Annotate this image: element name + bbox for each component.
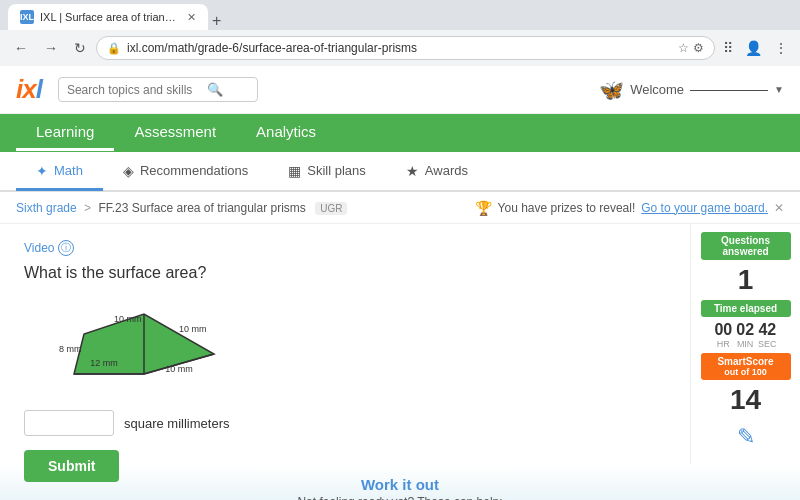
breadcrumb-skill-code: FF.23 [98,201,128,215]
skill-plans-icon: ▦ [288,163,301,179]
time-display: 00 HR 02 MIN 42 SEC [714,321,776,349]
smart-score-value: 14 [730,384,761,416]
prize-text: You have prizes to reveal! [498,201,636,215]
subnav-recommendations[interactable]: ◈ Recommendations [103,153,268,191]
math-icon: ✦ [36,163,48,179]
main-nav-tabs: Learning Assessment Analytics [0,114,800,152]
new-tab-button[interactable]: + [212,12,221,30]
svg-text:10 mm: 10 mm [165,364,193,374]
video-label: Video [24,241,54,255]
svg-text:8 mm: 8 mm [59,344,82,354]
sub-nav-bar: ✦ Math ◈ Recommendations ▦ Skill plans ★… [0,152,800,192]
breadcrumb-separator: > [84,201,91,215]
time-sec-label: SEC [758,339,777,349]
time-hr-value: 00 [714,321,732,339]
right-stats-panel: Questions answered 1 Time elapsed 00 HR … [690,224,800,464]
app-header: ixl 🔍 🦋 Welcome —————— ▼ [0,66,800,114]
video-link[interactable]: Video ⓘ [24,240,666,256]
tab-analytics[interactable]: Analytics [236,115,336,151]
extension-icon[interactable]: ⚙ [693,41,704,55]
extensions-button[interactable]: ⠿ [719,38,737,58]
address-bar[interactable]: 🔒 ixl.com/math/grade-6/surface-area-of-t… [96,36,715,60]
subnav-math[interactable]: ✦ Math [16,153,103,191]
lock-icon: 🔒 [107,42,121,55]
units-label: square millimeters [124,416,229,431]
ugr-badge: UGR [315,202,347,215]
recommendations-icon: ◈ [123,163,134,179]
subnav-awards-label: Awards [425,163,468,178]
url-text: ixl.com/math/grade-6/surface-area-of-tri… [127,41,672,55]
profile-button[interactable]: 👤 [741,38,766,58]
prize-link[interactable]: Go to your game board. [641,201,768,215]
submit-button[interactable]: Submit [24,450,119,482]
tab-close-button[interactable]: ✕ [187,11,196,24]
shape-diagram: 12 mm 10 mm 8 mm 10 mm 10 mm [44,294,244,394]
breadcrumb-grade-link[interactable]: Sixth grade [16,201,77,215]
prize-banner: 🏆 You have prizes to reveal! Go to your … [475,200,784,216]
subnav-math-label: Math [54,163,83,178]
answer-input[interactable] [24,410,114,436]
time-seconds: 42 SEC [758,321,777,349]
forward-button[interactable]: → [38,36,64,60]
tab-bar: IXL IXL | Surface area of triangular... … [0,0,800,30]
time-minutes: 02 MIN [736,321,754,349]
video-info-icon: ⓘ [58,240,74,256]
welcome-text: Welcome [630,82,684,97]
refresh-button[interactable]: ↻ [68,36,92,60]
questions-answered-label: Questions answered [701,232,791,260]
tab-learning[interactable]: Learning [16,115,114,151]
main-content: Video ⓘ What is the surface area? 12 mm … [0,224,800,464]
back-button[interactable]: ← [8,36,34,60]
address-bar-icons: ☆ ⚙ [678,41,704,55]
not-ready-text: Not feeling ready yet? These can help: [16,495,784,500]
browser-nav-bar: ← → ↻ 🔒 ixl.com/math/grade-6/surface-are… [0,30,800,66]
browser-right-controls: ⠿ 👤 ⋮ [719,38,792,58]
smart-score-title: SmartScore [707,356,785,367]
dropdown-arrow-icon[interactable]: ▼ [774,84,784,95]
time-hours: 00 HR [714,321,732,349]
trophy-icon: 🏆 [475,200,492,216]
tab-favicon: IXL [20,10,34,24]
ixl-logo: ixl [16,74,42,105]
search-bar[interactable]: 🔍 [58,77,258,102]
smart-score-label: SmartScore out of 100 [701,353,791,380]
time-min-label: MIN [736,339,754,349]
search-input[interactable] [67,83,207,97]
prize-close-button[interactable]: ✕ [774,201,784,215]
question-text: What is the surface area? [24,264,666,282]
breadcrumb-bar: Sixth grade > FF.23 Surface area of tria… [0,192,800,224]
breadcrumb: Sixth grade > FF.23 Surface area of tria… [16,201,347,215]
search-icon: 🔍 [207,82,223,97]
time-min-value: 02 [736,321,754,339]
question-area: Video ⓘ What is the surface area? 12 mm … [0,224,690,464]
butterfly-avatar: 🦋 [599,78,624,102]
active-tab[interactable]: IXL IXL | Surface area of triangular... … [8,4,208,30]
tab-title: IXL | Surface area of triangular... [40,11,179,23]
prism-svg: 12 mm 10 mm 8 mm 10 mm 10 mm [44,294,244,394]
star-icon[interactable]: ☆ [678,41,689,55]
svg-text:10 mm: 10 mm [114,314,142,324]
smart-score-subtitle: out of 100 [707,367,785,377]
svg-text:12 mm: 12 mm [90,358,118,368]
subnav-skill-plans[interactable]: ▦ Skill plans [268,153,386,191]
username-text: —————— [690,82,768,97]
subnav-awards[interactable]: ★ Awards [386,153,488,191]
subnav-recommendations-label: Recommendations [140,163,248,178]
time-sec-value: 42 [758,321,777,339]
tab-assessment[interactable]: Assessment [114,115,236,151]
awards-icon: ★ [406,163,419,179]
menu-button[interactable]: ⋮ [770,38,792,58]
svg-text:10 mm: 10 mm [179,324,207,334]
time-elapsed-label: Time elapsed [701,300,791,317]
breadcrumb-skill-name: Surface area of triangular prisms [132,201,306,215]
subnav-skill-plans-label: Skill plans [307,163,366,178]
time-hr-label: HR [714,339,732,349]
answer-row: square millimeters [24,410,666,436]
pencil-icon: ✎ [737,424,755,450]
questions-answered-count: 1 [738,264,754,296]
welcome-area: 🦋 Welcome —————— ▼ [599,78,784,102]
